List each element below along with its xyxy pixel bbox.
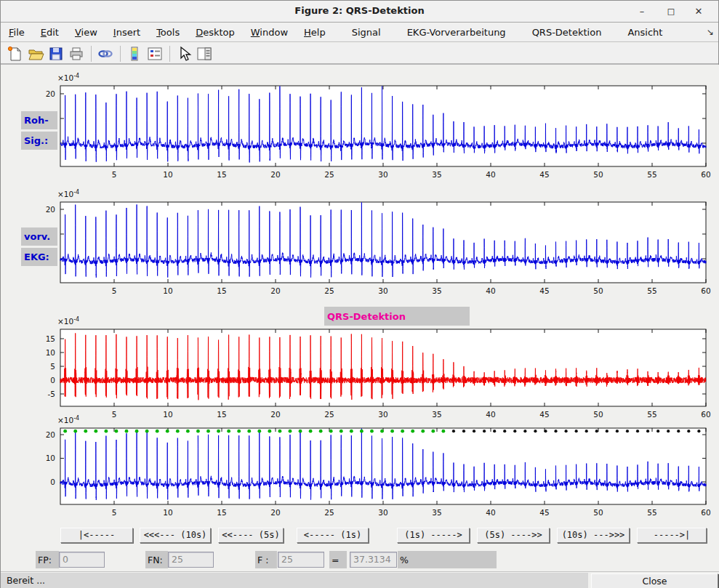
menu-bar: File Edit View Insert Tools Desktop Wind… xyxy=(1,23,718,42)
svg-text:45: 45 xyxy=(539,508,549,517)
label-sig: Sig.: xyxy=(21,132,57,150)
toolbar xyxy=(1,43,718,65)
open-file-icon[interactable] xyxy=(27,45,44,63)
svg-text:50: 50 xyxy=(593,410,603,419)
nav-jump-end-button[interactable]: ----->| xyxy=(637,528,707,543)
svg-text:50: 50 xyxy=(593,286,603,295)
missed-qrs-marker xyxy=(585,430,588,432)
detected-qrs-marker xyxy=(145,430,149,433)
detected-qrs-marker xyxy=(268,430,271,433)
svg-text:35: 35 xyxy=(432,508,441,517)
label-roh: Roh- xyxy=(21,111,57,129)
detected-qrs-marker xyxy=(115,430,119,433)
missed-qrs-marker xyxy=(523,430,526,432)
svg-text:25: 25 xyxy=(324,170,334,179)
svg-text:20: 20 xyxy=(270,286,280,295)
detected-qrs-marker xyxy=(319,430,323,433)
detected-qrs-marker xyxy=(390,430,394,433)
missed-qrs-marker xyxy=(687,430,690,432)
fp-label: FP: xyxy=(36,551,59,568)
menu-desktop[interactable]: Desktop xyxy=(188,24,243,41)
svg-text:20: 20 xyxy=(46,205,55,214)
missed-qrs-marker xyxy=(554,430,557,432)
insert-colorbar-icon[interactable] xyxy=(126,45,143,63)
missed-qrs-marker xyxy=(544,430,547,432)
menu-file[interactable]: File xyxy=(1,24,33,41)
menu-ansicht[interactable]: Ansicht xyxy=(619,24,670,41)
missed-qrs-marker xyxy=(626,430,629,432)
status-bar: Bereit ... Close xyxy=(1,571,719,588)
svg-text:30: 30 xyxy=(378,170,387,179)
svg-text:20: 20 xyxy=(46,89,55,98)
detected-qrs-marker xyxy=(217,430,220,433)
svg-text:45: 45 xyxy=(539,170,549,179)
svg-text:55: 55 xyxy=(647,410,656,419)
nav-forward-10s-button[interactable]: (10s) --->>> xyxy=(557,528,630,543)
svg-text:×10-4: ×10-4 xyxy=(57,316,79,326)
plot-tools-panel-icon[interactable] xyxy=(196,45,213,63)
nav-back-5s-button[interactable]: <<---- (5s) xyxy=(218,528,284,543)
detected-qrs-marker xyxy=(350,430,353,433)
f-field[interactable]: 25 xyxy=(278,552,324,568)
nav-back-10s-button[interactable]: <<<--- (10s) xyxy=(140,528,211,543)
svg-text:40: 40 xyxy=(486,410,495,419)
missed-qrs-marker xyxy=(575,430,578,432)
menu-help[interactable]: Help xyxy=(296,24,334,41)
fp-field[interactable]: 0 xyxy=(59,552,105,568)
close-button[interactable]: Close xyxy=(591,573,718,588)
detected-qrs-marker xyxy=(206,430,210,433)
svg-text:5: 5 xyxy=(112,286,117,295)
maximize-button[interactable]: ◻ xyxy=(660,4,682,20)
missed-qrs-marker xyxy=(667,430,670,432)
svg-text:55: 55 xyxy=(647,508,656,517)
link-plot-icon[interactable] xyxy=(97,45,114,63)
svg-text:60: 60 xyxy=(701,170,710,179)
menu-overflow-arrow-icon[interactable]: ↘ xyxy=(707,27,714,37)
detected-qrs-marker xyxy=(176,430,180,433)
menu-view[interactable]: View xyxy=(67,24,105,41)
svg-text:15: 15 xyxy=(217,508,226,517)
svg-text:-5: -5 xyxy=(48,390,55,398)
new-figure-icon[interactable] xyxy=(7,45,24,63)
missed-qrs-marker xyxy=(606,430,608,432)
svg-text:5: 5 xyxy=(50,362,55,371)
detected-qrs-marker xyxy=(156,430,159,433)
insert-legend-icon[interactable] xyxy=(146,45,164,63)
nav-jump-start-button[interactable]: |<----- xyxy=(60,528,133,543)
missed-qrs-marker xyxy=(595,430,598,432)
menu-edit[interactable]: Edit xyxy=(33,24,67,41)
detected-qrs-marker xyxy=(125,430,129,433)
menu-window[interactable]: Window xyxy=(243,24,296,41)
nav-forward-1s-button[interactable]: (1s) -----> xyxy=(397,528,470,543)
svg-text:15: 15 xyxy=(46,334,55,343)
svg-text:20: 20 xyxy=(270,410,280,419)
missed-qrs-marker xyxy=(462,430,465,432)
close-window-button[interactable]: ✕ xyxy=(688,4,710,20)
svg-text:10: 10 xyxy=(163,170,172,179)
detected-qrs-marker xyxy=(299,430,302,433)
edit-plot-arrow-icon[interactable] xyxy=(175,45,193,63)
svg-text:60: 60 xyxy=(701,508,710,517)
menu-tools[interactable]: Tools xyxy=(148,24,188,41)
print-icon[interactable] xyxy=(68,45,85,63)
f-measure-field[interactable]: 37.3134 xyxy=(350,552,397,568)
svg-text:55: 55 xyxy=(647,286,656,295)
menu-signal[interactable]: Signal xyxy=(344,24,389,41)
nav-forward-5s-button[interactable]: (5s) ---->> xyxy=(477,528,550,543)
f-label: F : xyxy=(255,551,277,568)
menu-ekg-vorverarbeitung[interactable]: EKG-Vorverarbeitung xyxy=(399,24,514,41)
missed-qrs-marker xyxy=(503,430,506,432)
fn-field[interactable]: 25 xyxy=(168,552,214,568)
menu-insert[interactable]: Insert xyxy=(105,24,148,41)
svg-text:5: 5 xyxy=(112,170,117,179)
svg-text:10: 10 xyxy=(163,286,172,295)
menu-qrs-detektion[interactable]: QRS-Detektion xyxy=(524,24,610,41)
nav-back-1s-button[interactable]: <----- (1s) xyxy=(297,528,369,543)
figure-canvas: 5101520253035404550556001020×10-45101520… xyxy=(1,65,719,571)
svg-text:45: 45 xyxy=(539,410,549,419)
missed-qrs-marker xyxy=(646,430,649,432)
minimize-button[interactable]: – xyxy=(631,4,653,20)
save-figure-icon[interactable] xyxy=(47,45,65,63)
detected-qrs-marker xyxy=(237,430,241,433)
detected-qrs-marker xyxy=(309,430,313,433)
